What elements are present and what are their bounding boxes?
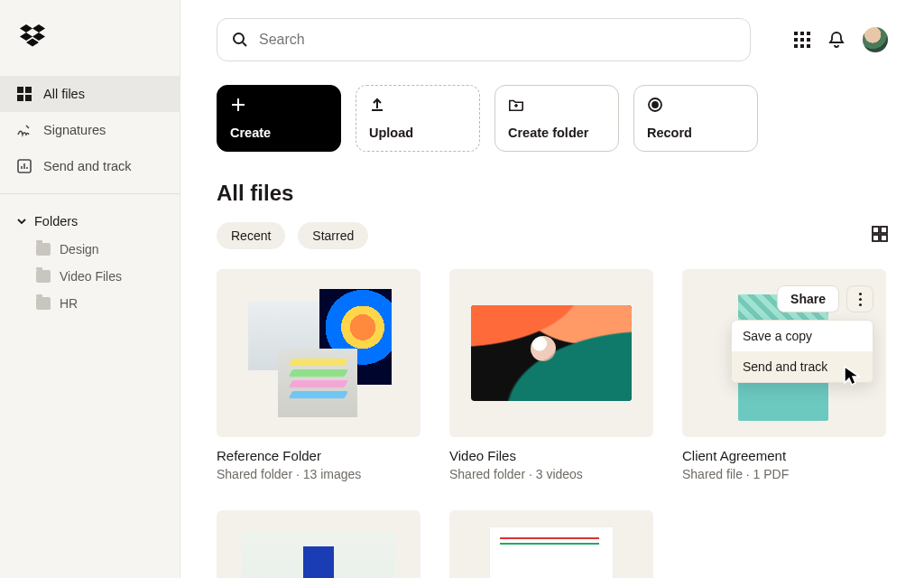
card-title: Client Agreement: [682, 448, 886, 463]
action-label: Create folder: [508, 126, 605, 140]
folder-label: Video Files: [60, 269, 122, 284]
folder-label: HR: [60, 296, 78, 311]
apps-icon[interactable]: [794, 32, 810, 48]
analytics-icon: [16, 158, 32, 174]
folder-plus-icon: [508, 97, 524, 113]
record-icon: [647, 97, 663, 113]
context-menu: Save a copy Send and track: [731, 320, 873, 383]
plus-icon: [230, 97, 246, 113]
svg-rect-6: [25, 87, 32, 93]
svg-rect-5: [17, 87, 23, 93]
card-subtitle: Shared folder · 3 videos: [449, 467, 653, 481]
thumbnail: ClientAgreement Share Save a copy Send a…: [682, 269, 886, 437]
svg-rect-13: [807, 32, 810, 35]
svg-rect-12: [800, 32, 804, 35]
file-card[interactable]: [217, 510, 420, 578]
svg-rect-19: [807, 44, 810, 48]
folders-header-label: Folders: [34, 214, 78, 228]
menu-item-send-track[interactable]: Send and track: [732, 351, 873, 382]
svg-marker-1: [32, 24, 45, 33]
svg-marker-0: [20, 24, 32, 33]
kebab-icon: [859, 293, 862, 306]
create-folder-button[interactable]: Create folder: [494, 85, 619, 152]
svg-rect-24: [873, 235, 879, 241]
svg-rect-11: [794, 32, 798, 35]
file-card[interactable]: [449, 510, 653, 578]
svg-rect-23: [881, 227, 887, 233]
record-button[interactable]: Record: [633, 85, 758, 152]
filter-recent[interactable]: Recent: [217, 222, 285, 249]
svg-marker-2: [20, 33, 32, 41]
thumbnail: [217, 269, 420, 437]
file-card[interactable]: Video Files Shared folder · 3 videos: [449, 269, 653, 481]
svg-rect-25: [881, 235, 887, 241]
search-icon: [232, 32, 248, 48]
svg-rect-14: [794, 38, 798, 42]
thumbnail: [217, 510, 420, 578]
search-input[interactable]: [259, 32, 735, 48]
dropbox-icon: [20, 24, 45, 48]
svg-rect-16: [807, 38, 810, 42]
grid-view-icon: [872, 226, 888, 242]
bell-icon[interactable]: [828, 31, 845, 49]
view-grid-toggle[interactable]: [872, 226, 888, 246]
page-title: All files: [217, 181, 888, 206]
svg-rect-18: [800, 44, 804, 48]
card-title: Reference Folder: [217, 448, 420, 463]
action-label: Upload: [369, 126, 467, 140]
action-label: Record: [647, 126, 744, 140]
card-title: Video Files: [449, 448, 653, 463]
folder-icon: [36, 297, 51, 310]
app-logo[interactable]: [0, 0, 180, 72]
folder-design[interactable]: Design: [0, 236, 180, 263]
filter-starred[interactable]: Starred: [298, 222, 368, 249]
share-button[interactable]: Share: [777, 285, 839, 312]
quick-actions: Create Upload Create folder Record: [217, 85, 888, 152]
svg-marker-4: [26, 39, 39, 47]
file-card[interactable]: Reference Folder Shared folder · 13 imag…: [217, 269, 420, 481]
primary-nav: All files Signatures Send and track: [0, 72, 180, 184]
search-box[interactable]: [217, 18, 751, 61]
svg-point-21: [652, 102, 658, 107]
folder-icon: [36, 243, 51, 256]
folder-icon: [36, 270, 51, 283]
file-grid: Reference Folder Shared folder · 13 imag…: [217, 269, 888, 578]
nav-all-files[interactable]: All files: [0, 76, 180, 112]
folder-hr[interactable]: HR: [0, 290, 180, 317]
svg-rect-7: [17, 95, 23, 101]
file-card[interactable]: ClientAgreement Share Save a copy Send a…: [682, 269, 886, 481]
folder-label: Design: [60, 242, 99, 256]
svg-point-10: [234, 33, 244, 43]
nav-label: Send and track: [43, 159, 132, 173]
svg-rect-17: [794, 44, 798, 48]
sidebar: All files Signatures Send and track Fold…: [0, 0, 180, 578]
filter-row: Recent Starred: [217, 222, 888, 249]
user-avatar[interactable]: [863, 27, 888, 52]
svg-rect-8: [25, 95, 32, 101]
more-options-button[interactable]: [846, 285, 873, 312]
card-subtitle: Shared folder · 13 images: [217, 467, 420, 481]
thumbnail: [449, 269, 653, 437]
create-button[interactable]: Create: [217, 85, 341, 152]
nav-send-track[interactable]: Send and track: [0, 148, 180, 184]
thumbnail: [449, 510, 653, 578]
folders-toggle[interactable]: Folders: [0, 194, 180, 236]
nav-label: All files: [43, 87, 85, 101]
nav-signatures[interactable]: Signatures: [0, 112, 180, 148]
menu-item-save-copy[interactable]: Save a copy: [732, 321, 873, 351]
header-actions: [794, 27, 888, 52]
folder-video-files[interactable]: Video Files: [0, 263, 180, 290]
upload-button[interactable]: Upload: [356, 85, 480, 152]
top-bar: [217, 18, 888, 61]
nav-label: Signatures: [43, 123, 106, 137]
chevron-down-icon: [16, 216, 27, 227]
svg-rect-22: [873, 227, 879, 233]
svg-rect-15: [800, 38, 804, 42]
grid-icon: [16, 86, 32, 102]
signature-icon: [16, 122, 32, 138]
main-content: Create Upload Create folder Record All f…: [180, 0, 924, 578]
svg-marker-3: [32, 33, 45, 41]
action-label: Create: [230, 126, 328, 140]
card-subtitle: Shared file · 1 PDF: [682, 467, 886, 481]
upload-icon: [369, 97, 385, 113]
